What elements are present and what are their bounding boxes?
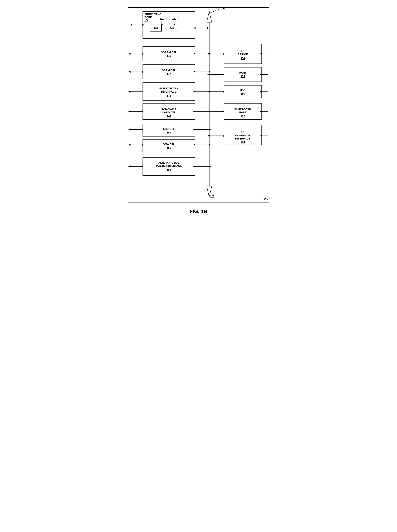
svg-marker-12 (130, 24, 132, 26)
uart-num: 155 (241, 75, 245, 78)
alt-num: 152 (167, 168, 171, 171)
svg-marker-63 (128, 165, 130, 167)
svg-marker-33 (209, 71, 211, 73)
svg-marker-56 (128, 144, 130, 146)
alt-label2: MASTER INTERFACE (156, 164, 181, 167)
burst-num: 148 (167, 94, 171, 97)
alt-label1: ALTERNATE BUS (158, 161, 179, 164)
svg-line-20 (209, 9, 220, 13)
svg-marker-60 (209, 144, 211, 146)
io-bridge-label1: I/O (241, 50, 244, 52)
svg-marker-83 (207, 91, 210, 93)
svg-marker-36 (128, 91, 130, 93)
label-153: 153 (210, 195, 214, 198)
figure-caption: FIG. 1B (190, 208, 207, 214)
sram-num: 147 (167, 72, 171, 75)
burst-label1: BURST FLASH (159, 87, 178, 90)
pcmcia-label1: PCMCIA/CF (161, 108, 176, 111)
io-bridge-num: 154 (241, 57, 245, 60)
uart-label: UART (239, 71, 246, 74)
dma-num: 151 (167, 146, 171, 149)
io-exp-label2: EXPANSION (235, 134, 250, 137)
svg-marker-95 (207, 135, 210, 137)
svg-marker-77 (207, 74, 210, 75)
inner-143: 143 (154, 27, 158, 29)
sram-label: SRAM CTL (162, 69, 176, 72)
label-140: 140 (263, 197, 268, 200)
inner-142: 142 (160, 17, 163, 20)
lcd-num: 150 (167, 131, 171, 134)
diagram-wrapper: 140 PROCESSING CORE 159 142 144 143 145 (124, 7, 273, 214)
svg-marker-89 (207, 111, 210, 113)
inner-145: 145 (170, 27, 174, 29)
dma-label: DMA CTL (163, 143, 175, 146)
proc-core-label: PROCESSING (144, 13, 161, 16)
sdram-num: 146 (167, 55, 171, 57)
svg-marker-42 (128, 111, 130, 113)
io-bridge-label2: BRIDGE (237, 53, 248, 56)
svg-rect-78 (224, 67, 261, 81)
main-diagram: 140 PROCESSING CORE 159 142 144 143 145 (128, 7, 269, 203)
bt-num: 157 (241, 115, 245, 118)
io-exp-label1: I/O (241, 131, 244, 133)
svg-marker-18 (207, 12, 212, 22)
io-exp-label3: INTERFACE (235, 137, 250, 140)
burst-label2: INTERFACE (161, 90, 176, 93)
label-141: 141 (221, 7, 225, 10)
bt-label1: BLUETOOTH (234, 108, 251, 111)
proc-core-number: 159 (144, 19, 148, 22)
usb-num: 156 (241, 92, 245, 95)
svg-marker-29 (128, 71, 130, 73)
svg-marker-53 (209, 129, 211, 130)
svg-marker-49 (128, 129, 130, 130)
svg-marker-15 (207, 27, 209, 29)
lcd-label: LCD CTL (163, 127, 175, 130)
bt-label2: UART (239, 111, 246, 114)
sdram-label: SDRAM CTL (161, 51, 177, 54)
inner-144: 144 (172, 17, 176, 20)
svg-marker-22 (128, 53, 130, 55)
usb-label: USB (240, 89, 246, 92)
pcmcia-num: 149 (167, 115, 171, 118)
proc-core-label2: CORE (144, 16, 152, 19)
svg-marker-67 (209, 165, 211, 167)
io-exp-num: 158 (241, 141, 245, 144)
svg-marker-71 (207, 53, 210, 55)
pcmcia-label2: CARD CTL (162, 111, 176, 114)
